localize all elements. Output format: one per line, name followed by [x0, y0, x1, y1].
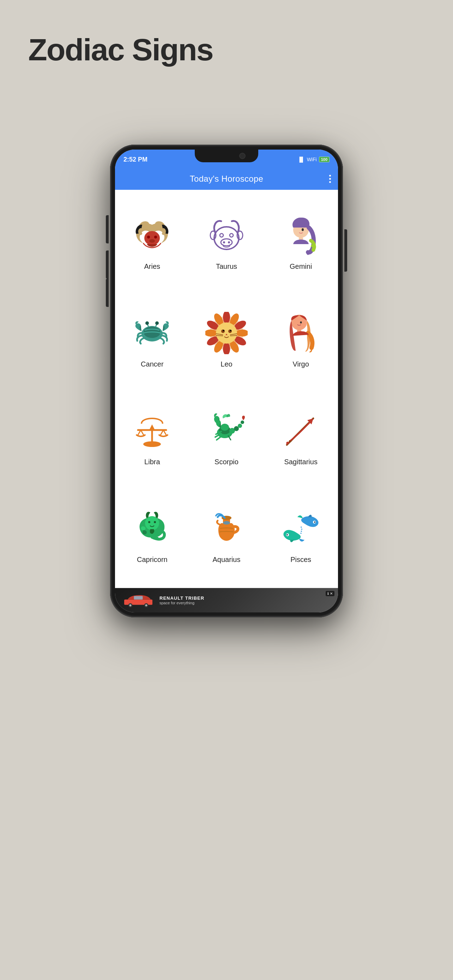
ad-content: RENAULT TRIBER space for everything: [115, 588, 338, 612]
sagittarius-icon: [278, 408, 324, 453]
aries-icon: [129, 212, 175, 258]
svg-point-61: [241, 420, 244, 424]
page-title: Zodiac Signs: [28, 32, 213, 68]
capricorn-icon: [129, 506, 175, 551]
svg-rect-84: [134, 596, 143, 599]
svg-point-13: [302, 228, 304, 231]
ad-brand: RENAULT TRIBER: [159, 595, 204, 601]
phone-frame: 2:52 PM ▐▌ WiFi 100 Today's Horoscope: [110, 145, 343, 617]
ad-text-group: RENAULT TRIBER space for everything: [159, 595, 204, 605]
svg-point-78: [286, 534, 288, 536]
ad-badge: ℹ ✕: [326, 591, 334, 596]
gemini-label: Gemini: [290, 262, 312, 270]
svg-point-45: [300, 321, 302, 323]
battery-icon: 100: [319, 157, 329, 162]
svg-point-60: [238, 424, 242, 428]
zodiac-item-scorpio[interactable]: Scorpio: [189, 389, 264, 487]
cancer-icon: [129, 310, 175, 356]
taurus-label: Taurus: [216, 262, 237, 270]
zodiac-item-sagittarius[interactable]: Sagittarius: [264, 389, 338, 487]
zodiac-item-aquarius[interactable]: Aquarius: [189, 487, 264, 584]
phone-notch: [195, 150, 258, 162]
svg-point-38: [223, 330, 224, 331]
aries-label: Aries: [144, 262, 161, 270]
svg-point-74: [223, 521, 230, 525]
svg-line-41: [216, 336, 223, 336]
zodiac-item-leo[interactable]: Leo: [189, 291, 264, 389]
svg-point-35: [216, 323, 237, 344]
menu-dot-3: [329, 181, 331, 183]
pisces-icon: [278, 506, 324, 551]
app-bar: Today's Horoscope: [115, 168, 338, 190]
aquarius-label: Aquarius: [213, 555, 241, 564]
zodiac-item-pisces[interactable]: Pisces: [264, 487, 338, 584]
gemini-icon: [278, 212, 324, 258]
menu-button[interactable]: [329, 175, 331, 183]
svg-point-76: [314, 522, 315, 523]
app-bar-title: Today's Horoscope: [190, 174, 263, 184]
svg-marker-54: [149, 425, 155, 430]
taurus-icon: [203, 212, 250, 258]
zodiac-item-gemini[interactable]: Gemini: [264, 193, 338, 291]
svg-point-39: [230, 330, 231, 331]
menu-dot-2: [329, 178, 331, 180]
svg-point-7: [221, 239, 232, 246]
svg-point-5: [220, 234, 223, 237]
zodiac-item-cancer[interactable]: Cancer: [115, 291, 189, 389]
svg-point-1: [147, 235, 150, 239]
svg-point-49: [143, 441, 161, 447]
zodiac-item-aries[interactable]: Aries: [115, 193, 189, 291]
zodiac-item-capricorn[interactable]: Capricorn: [115, 487, 189, 584]
ad-car-graphic: [121, 592, 156, 609]
svg-point-70: [148, 521, 150, 523]
ad-info-icon: ℹ: [327, 592, 329, 595]
status-icons: ▐▌ WiFi 100: [298, 157, 329, 162]
wifi-icon: WiFi: [307, 157, 317, 162]
leo-label: Leo: [221, 360, 232, 368]
svg-point-3: [149, 239, 155, 243]
svg-point-8: [223, 241, 225, 243]
pisces-label: Pisces: [290, 555, 311, 564]
zodiac-grid: Aries: [115, 190, 338, 588]
svg-point-2: [154, 235, 157, 239]
scorpio-icon: [203, 408, 250, 453]
sagittarius-label: Sagittarius: [284, 458, 318, 466]
svg-point-71: [154, 521, 156, 523]
virgo-label: Virgo: [293, 360, 309, 368]
svg-point-36: [221, 329, 225, 333]
svg-point-81: [129, 604, 132, 606]
capricorn-label: Capricorn: [137, 555, 168, 564]
zodiac-item-virgo[interactable]: Virgo: [264, 291, 338, 389]
svg-point-57: [221, 424, 229, 431]
libra-icon: [129, 408, 175, 453]
svg-point-83: [145, 604, 148, 606]
scorpio-label: Scorpio: [215, 458, 238, 466]
status-time: 2:52 PM: [124, 156, 148, 163]
svg-point-6: [230, 234, 233, 237]
menu-dot-1: [329, 175, 331, 177]
zodiac-item-libra[interactable]: Libra: [115, 389, 189, 487]
ad-banner[interactable]: RENAULT TRIBER space for everything ℹ ✕: [115, 588, 338, 612]
svg-point-9: [228, 241, 230, 243]
svg-line-43: [230, 336, 237, 336]
leo-icon: [203, 310, 250, 356]
cancer-label: Cancer: [141, 360, 163, 368]
svg-point-19: [145, 321, 149, 325]
zodiac-item-taurus[interactable]: Taurus: [189, 193, 264, 291]
ad-close-icon[interactable]: ✕: [330, 592, 333, 595]
svg-point-69: [145, 516, 159, 530]
svg-point-20: [155, 321, 159, 325]
svg-point-0: [144, 231, 160, 245]
virgo-icon: [278, 310, 324, 356]
phone-screen: 2:52 PM ▐▌ WiFi 100 Today's Horoscope: [115, 150, 338, 612]
libra-label: Libra: [144, 458, 160, 466]
svg-rect-79: [124, 599, 153, 605]
aquarius-icon: [203, 506, 250, 551]
ad-tagline: space for everything: [159, 601, 204, 605]
svg-point-37: [228, 329, 232, 333]
signal-icon: ▐▌: [298, 157, 305, 162]
